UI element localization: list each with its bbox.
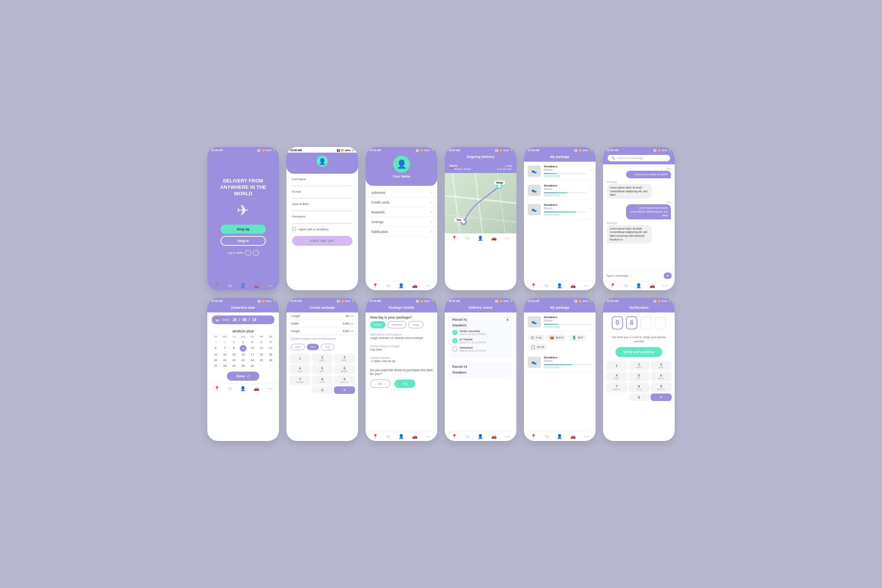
size-small-btn[interactable]: small bbox=[370, 321, 386, 328]
fullname-field[interactable]: Full Name bbox=[292, 178, 352, 186]
nav-person-9[interactable]: 👤 bbox=[398, 434, 404, 439]
unit-foot-btn[interactable]: foot bbox=[321, 344, 334, 350]
numpad12-6[interactable]: 6MNO bbox=[651, 372, 672, 381]
nav-bag-6[interactable]: 🛍 bbox=[623, 283, 628, 288]
cal-day-today[interactable]: 9 bbox=[240, 345, 247, 352]
nav-car-11[interactable]: 🚗 bbox=[570, 434, 576, 439]
nav-bag-7[interactable]: 🛍 bbox=[228, 386, 232, 391]
nav-loc-7[interactable]: 📍 bbox=[214, 386, 220, 391]
parcel-collapse-icon[interactable]: ∧ bbox=[506, 318, 509, 322]
menu-settings[interactable]: Settings › bbox=[366, 217, 437, 227]
password-field[interactable]: Password bbox=[292, 215, 352, 224]
nav-person-4[interactable]: 👤 bbox=[478, 236, 483, 241]
nav-bag-5[interactable]: 🛍 bbox=[544, 283, 549, 288]
menu-notification[interactable]: Notification › bbox=[366, 227, 437, 237]
nav-bag-4[interactable]: 🛍 bbox=[465, 236, 470, 241]
cal-day[interactable]: 27 bbox=[211, 363, 220, 369]
cal-day[interactable]: 11 bbox=[257, 345, 266, 352]
cal-day[interactable]: 3 bbox=[248, 339, 257, 345]
nav-loc-3[interactable]: 📍 bbox=[372, 283, 378, 288]
nav-car-6[interactable]: 🚗 bbox=[649, 283, 655, 288]
cal-day[interactable]: 13 bbox=[211, 352, 220, 357]
unit-cm-btn[interactable]: cm bbox=[307, 344, 319, 350]
size-medium-btn[interactable]: medium bbox=[387, 321, 406, 328]
nav-person-icon[interactable]: 👤 bbox=[240, 283, 246, 288]
numpad12-8[interactable]: 8TUV bbox=[628, 383, 649, 392]
numpad12-5[interactable]: 5JKL bbox=[628, 372, 649, 381]
package2-item-1[interactable]: 👟 Sneakers Shoes DEPARTURE bbox=[524, 353, 596, 372]
numpad12-7[interactable]: 7PQRS bbox=[606, 383, 627, 392]
terms-checkbox[interactable]: ✓ bbox=[292, 227, 296, 231]
cal-day[interactable]: 1 bbox=[257, 363, 266, 369]
nav-person-11[interactable]: 👤 bbox=[557, 434, 562, 439]
package-item-1[interactable]: 👟 Sneakers Shoes DEPARTURE ˅ bbox=[524, 181, 596, 200]
email-input[interactable] bbox=[292, 194, 352, 197]
nav-person-3[interactable]: 👤 bbox=[398, 283, 404, 288]
cal-day[interactable]: 1 bbox=[230, 339, 239, 345]
nav-car-9[interactable]: 🚗 bbox=[412, 434, 418, 439]
signup-button[interactable]: Sing Up bbox=[220, 225, 266, 234]
cal-day[interactable]: 31 bbox=[220, 339, 229, 345]
package-item-0[interactable]: 👟 Sneakers Shoes DEPARTURE ˅ bbox=[524, 162, 596, 181]
numpad12-4[interactable]: 4GHI bbox=[606, 372, 627, 381]
cal-day[interactable]: 17 bbox=[248, 352, 257, 357]
nav-person-10[interactable]: 👤 bbox=[478, 434, 483, 439]
numpad12-0[interactable]: 0 bbox=[628, 394, 649, 401]
nav-loc-9[interactable]: 📍 bbox=[372, 434, 378, 439]
nav-person-5[interactable]: 👤 bbox=[557, 283, 562, 288]
send-button[interactable]: ➤ bbox=[664, 273, 672, 279]
numpad12-3[interactable]: 3DEF bbox=[651, 361, 672, 371]
numpad12-1[interactable]: 1 bbox=[606, 361, 627, 371]
cal-day[interactable]: 22 bbox=[230, 357, 239, 363]
dob-field[interactable]: Date of Birth bbox=[292, 202, 352, 211]
cal-day[interactable]: 24 bbox=[248, 357, 257, 363]
cal-day[interactable]: 18 bbox=[257, 352, 266, 357]
nav-bag-icon[interactable]: 🛍 bbox=[228, 283, 232, 288]
package-item-2[interactable]: 👟 Sneakers Shoes DEPARTURE ˅ bbox=[524, 200, 596, 219]
cal-day[interactable]: 10 bbox=[248, 345, 257, 352]
numpad12-delete-btn[interactable]: ✕ bbox=[651, 394, 672, 401]
nav-car-3[interactable]: 🚗 bbox=[412, 283, 418, 288]
dob-input[interactable] bbox=[292, 206, 352, 210]
cal-day[interactable]: 4 bbox=[257, 339, 266, 345]
login-icon-1[interactable]: i bbox=[245, 250, 251, 256]
numpad-4[interactable]: 4GHI bbox=[289, 364, 311, 374]
numpad-delete-btn[interactable]: ✕ bbox=[334, 386, 355, 394]
numpad-6[interactable]: 6MNO bbox=[334, 364, 355, 374]
nav-location-icon[interactable]: 📍 bbox=[214, 283, 220, 288]
unit-inch-btn[interactable]: inch bbox=[291, 344, 305, 350]
nav-car-7[interactable]: 🚗 bbox=[254, 386, 259, 391]
yes-button[interactable]: Yes bbox=[394, 380, 416, 388]
numpad12-2[interactable]: 2ABC bbox=[628, 361, 649, 371]
numpad-3[interactable]: 3DEF bbox=[334, 354, 355, 363]
search-bar[interactable]: 🔍 Search to massage... bbox=[608, 155, 670, 161]
numpad-2[interactable]: 2ABC bbox=[312, 354, 333, 363]
numpad-8[interactable]: 8TUV bbox=[312, 375, 333, 385]
singmeup-button[interactable]: SING ME UP! bbox=[292, 236, 352, 246]
cal-day[interactable]: 14 bbox=[220, 352, 229, 357]
nav-person-6[interactable]: 👤 bbox=[636, 283, 642, 288]
cal-day[interactable]: 19 bbox=[266, 352, 275, 357]
cal-day[interactable]: 16 bbox=[239, 352, 248, 357]
menu-addresses[interactable]: Adresses › bbox=[366, 188, 437, 198]
menu-rewards[interactable]: Rewards › bbox=[366, 207, 437, 217]
cal-day[interactable]: 25 bbox=[257, 357, 266, 363]
numpad-1[interactable]: 1 bbox=[289, 354, 311, 363]
verify-continue-button[interactable]: Verify and continue bbox=[616, 347, 662, 357]
nav-bag-11[interactable]: 🛍 bbox=[544, 434, 549, 439]
menu-creditcards[interactable]: Credit cards › bbox=[366, 198, 437, 207]
cal-day[interactable]: 6 bbox=[211, 345, 220, 352]
terms-row[interactable]: ✓ I agree with & conditions bbox=[292, 227, 352, 231]
cal-day[interactable]: 21 bbox=[220, 357, 229, 363]
numpad-7[interactable]: 7PQRS bbox=[289, 375, 311, 385]
cal-day[interactable]: 23 bbox=[239, 357, 248, 363]
done-button[interactable]: Done ✓ bbox=[227, 372, 259, 381]
cal-day[interactable]: 8 bbox=[230, 345, 239, 352]
numpad-9[interactable]: 9WXYZ bbox=[334, 375, 355, 385]
cal-day[interactable]: 26 bbox=[266, 357, 275, 363]
email-field[interactable]: E-mail bbox=[292, 190, 352, 199]
nav-loc-11[interactable]: 📍 bbox=[531, 434, 536, 439]
cal-day[interactable]: 15 bbox=[230, 352, 239, 357]
size-large-btn[interactable]: large bbox=[408, 321, 423, 328]
password-input[interactable] bbox=[292, 219, 352, 222]
